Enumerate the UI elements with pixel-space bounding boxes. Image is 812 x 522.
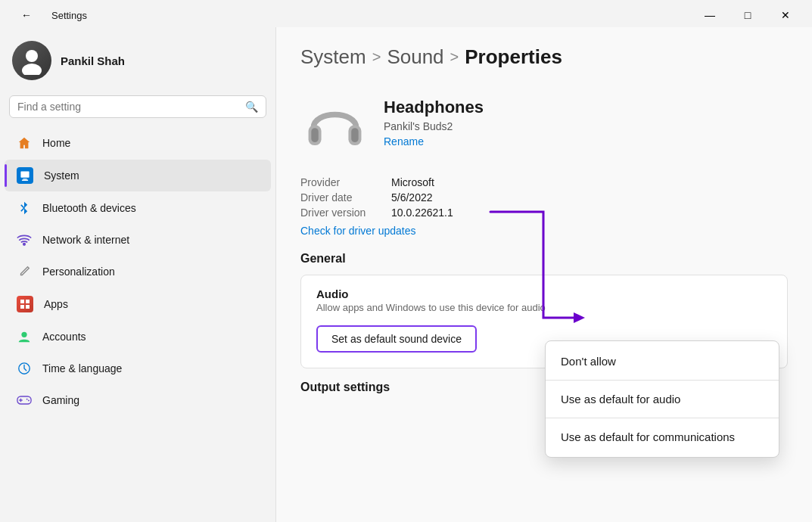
svg-rect-8 bbox=[20, 300, 24, 303]
dropdown-divider2 bbox=[546, 418, 779, 418]
nav-home-label: Home bbox=[42, 137, 70, 149]
provider-label: Provider bbox=[300, 176, 391, 188]
device-icon bbox=[300, 90, 369, 158]
dropdown-default-comms[interactable]: Use as default for communications bbox=[546, 420, 779, 454]
svg-rect-3 bbox=[23, 179, 27, 179]
content-area: System > Sound > Properties bbox=[276, 27, 812, 522]
nav-accounts[interactable]: Accounts bbox=[5, 322, 271, 352]
breadcrumb-properties: Properties bbox=[465, 45, 562, 69]
audio-card-inner: Audio Allow apps and Windows to use this… bbox=[301, 275, 787, 368]
svg-rect-10 bbox=[20, 305, 24, 309]
svg-rect-4 bbox=[22, 180, 28, 181]
dropdown-default-audio[interactable]: Use as default for audio bbox=[546, 382, 779, 416]
headphone-svg bbox=[303, 92, 367, 157]
gaming-icon bbox=[17, 393, 32, 408]
driver-date-value: 5/6/2022 bbox=[391, 191, 788, 204]
sidebar: Pankil Shah 🔍 Home Syst bbox=[0, 27, 276, 522]
driver-date-label: Driver date bbox=[300, 191, 391, 204]
audio-desc: Allow apps and Windows to use this devic… bbox=[316, 302, 546, 313]
nav-home[interactable]: Home bbox=[5, 128, 271, 158]
nav-time-label: Time & language bbox=[42, 362, 122, 374]
audio-controls: Set as default sound device Don't allow … bbox=[316, 325, 772, 353]
breadcrumb: System > Sound > Properties bbox=[300, 45, 788, 69]
maximize-button[interactable]: □ bbox=[730, 4, 765, 26]
time-icon bbox=[17, 361, 32, 376]
driver-version-label: Driver version bbox=[300, 207, 391, 219]
svg-point-0 bbox=[26, 50, 38, 62]
bluetooth-icon bbox=[17, 200, 32, 216]
driver-update-link[interactable]: Check for driver updates bbox=[300, 225, 788, 237]
svg-rect-22 bbox=[351, 128, 358, 142]
window-controls: — □ ✕ bbox=[692, 4, 803, 26]
breadcrumb-sep2: > bbox=[450, 48, 459, 66]
search-icon: 🔍 bbox=[245, 101, 258, 113]
avatar bbox=[12, 41, 51, 80]
audio-row: Audio Allow apps and Windows to use this… bbox=[316, 287, 772, 313]
driver-version-value: 10.0.22621.1 bbox=[391, 207, 788, 219]
nav-bluetooth-label: Bluetooth & devices bbox=[42, 202, 136, 214]
breadcrumb-system: System bbox=[300, 45, 366, 69]
nav-system[interactable]: System bbox=[5, 160, 271, 191]
app-title: Settings bbox=[51, 10, 87, 21]
audio-dropdown: Don't allow Use as default for audio Use… bbox=[545, 340, 779, 458]
dropdown-dont-allow[interactable]: Don't allow bbox=[546, 344, 779, 378]
device-name: Headphones bbox=[384, 98, 484, 117]
nav-system-label: System bbox=[44, 169, 79, 182]
system-icon bbox=[17, 167, 33, 184]
audio-label: Audio bbox=[316, 287, 546, 300]
svg-line-5 bbox=[21, 205, 24, 208]
svg-rect-11 bbox=[26, 305, 30, 309]
svg-rect-9 bbox=[26, 300, 30, 303]
close-button[interactable]: ✕ bbox=[768, 4, 803, 26]
nav-time[interactable]: Time & language bbox=[5, 353, 271, 384]
nav-accounts-label: Accounts bbox=[42, 331, 86, 343]
network-icon bbox=[17, 232, 32, 247]
rename-link[interactable]: Rename bbox=[384, 135, 484, 148]
nav-apps-label: Apps bbox=[44, 298, 68, 310]
device-meta: Provider Microsoft Driver date 5/6/2022 … bbox=[300, 176, 788, 237]
search-input[interactable] bbox=[17, 101, 239, 113]
user-name: Pankil Shah bbox=[61, 54, 125, 67]
svg-point-17 bbox=[26, 399, 28, 400]
audio-card: Audio Allow apps and Windows to use this… bbox=[300, 275, 788, 368]
nav-apps[interactable]: Apps bbox=[5, 288, 271, 320]
nav-network[interactable]: Network & internet bbox=[5, 225, 271, 255]
device-subtitle: Pankil's Buds2 bbox=[384, 120, 484, 132]
nav-gaming[interactable]: Gaming bbox=[5, 385, 271, 415]
dropdown-divider bbox=[546, 380, 779, 381]
svg-point-18 bbox=[28, 400, 30, 402]
avatar-svg bbox=[17, 46, 46, 75]
svg-point-12 bbox=[21, 332, 26, 337]
svg-line-6 bbox=[21, 208, 24, 211]
svg-marker-23 bbox=[574, 312, 585, 323]
nav-bluetooth[interactable]: Bluetooth & devices bbox=[5, 193, 271, 223]
user-profile[interactable]: Pankil Shah bbox=[0, 35, 275, 92]
titlebar-left: ← Settings bbox=[9, 4, 87, 26]
svg-point-7 bbox=[23, 244, 26, 246]
home-icon bbox=[17, 135, 32, 151]
device-info: Headphones Pankil's Buds2 Rename bbox=[384, 90, 484, 148]
avatar-image bbox=[12, 41, 51, 80]
nav-gaming-label: Gaming bbox=[42, 394, 79, 406]
audio-info: Audio Allow apps and Windows to use this… bbox=[316, 287, 546, 313]
breadcrumb-sep1: > bbox=[372, 48, 381, 66]
nav-personalization-label: Personalization bbox=[42, 266, 115, 278]
search-box[interactable]: 🔍 bbox=[9, 95, 266, 118]
breadcrumb-sound: Sound bbox=[387, 45, 443, 69]
apps-icon bbox=[17, 296, 33, 312]
nav-personalization[interactable]: Personalization bbox=[5, 256, 271, 287]
personalization-icon bbox=[17, 264, 32, 279]
main-layout: Pankil Shah 🔍 Home Syst bbox=[0, 27, 812, 522]
back-button[interactable]: ← bbox=[9, 4, 44, 26]
provider-value: Microsoft bbox=[391, 176, 788, 188]
minimize-button[interactable]: — bbox=[692, 4, 727, 26]
titlebar: ← Settings — □ ✕ bbox=[0, 0, 812, 27]
accounts-icon bbox=[17, 329, 32, 344]
device-header: Headphones Pankil's Buds2 Rename bbox=[300, 90, 788, 158]
set-default-button[interactable]: Set as default sound device bbox=[316, 325, 477, 353]
nav-network-label: Network & internet bbox=[42, 234, 129, 246]
svg-rect-21 bbox=[311, 128, 318, 142]
svg-point-1 bbox=[22, 64, 42, 75]
svg-rect-2 bbox=[20, 171, 29, 177]
general-section-title: General bbox=[300, 252, 788, 266]
